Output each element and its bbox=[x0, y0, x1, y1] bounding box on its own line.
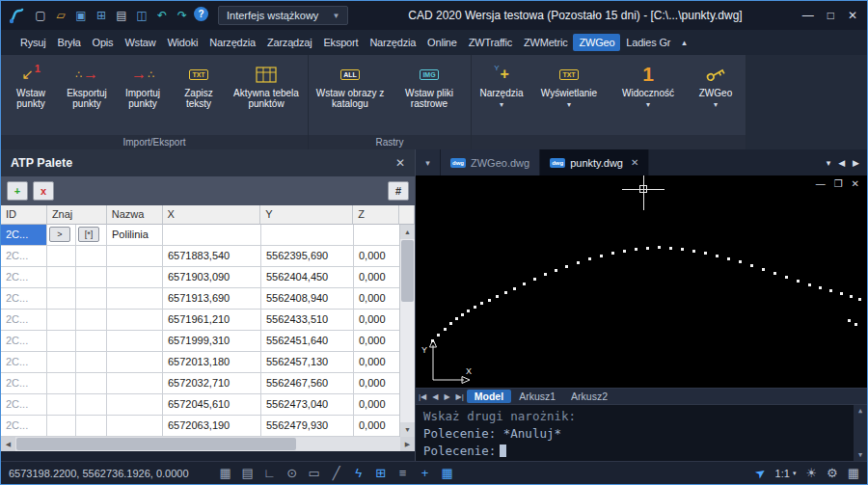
first-layout-icon[interactable]: |◀ bbox=[416, 392, 429, 401]
scroll-up-icon[interactable]: ▲ bbox=[400, 225, 415, 239]
table-row[interactable]: 2C...6572032,7105562467,5600,000 bbox=[1, 373, 415, 394]
scrollbar-thumb[interactable] bbox=[16, 438, 296, 450]
annotation-scale-control[interactable]: 1:1▾ bbox=[775, 468, 797, 479]
delete-point-button[interactable]: x bbox=[33, 181, 54, 201]
cell-id[interactable]: 2C... bbox=[1, 225, 47, 246]
properties-icon[interactable]: ≡ bbox=[393, 466, 413, 480]
new-icon[interactable]: ▢ bbox=[32, 7, 49, 24]
save-all-icon[interactable]: ⊞ bbox=[93, 7, 110, 24]
next-layout-icon[interactable]: ▶ bbox=[441, 392, 452, 401]
viewport-close-icon[interactable]: ✕ bbox=[852, 178, 859, 189]
ribbon-tab-ladies-gr[interactable]: Ladies Gr bbox=[620, 34, 676, 51]
ribbon-tab-narz-dzia[interactable]: Narzędzia bbox=[203, 34, 261, 51]
table-row[interactable]: 2C...6572045,6105562473,0400,000 bbox=[1, 394, 415, 416]
mark-button[interactable]: [*] bbox=[78, 227, 99, 242]
column-header-znaj[interactable]: Znaj bbox=[47, 205, 107, 225]
cell-x[interactable]: 6571903,090 bbox=[163, 267, 261, 288]
scroll-down-icon[interactable]: ▼ bbox=[400, 422, 415, 437]
table-row[interactable]: 2C...6571883,5405562395,6900,000 bbox=[1, 246, 415, 267]
cell-y[interactable]: 5562457,130 bbox=[261, 352, 354, 373]
cell-id[interactable]: 2C... bbox=[1, 373, 47, 394]
cell-nazwa[interactable]: Polilinia bbox=[107, 225, 163, 246]
cell-x[interactable]: 6571883,540 bbox=[163, 246, 261, 267]
maximize-button[interactable]: □ bbox=[827, 9, 834, 22]
cell-nazwa[interactable] bbox=[107, 373, 163, 394]
column-header-id[interactable]: ID bbox=[1, 205, 47, 225]
table-row[interactable]: 2C...6571913,6905562408,9400,000 bbox=[1, 288, 415, 310]
table-row[interactable]: 2C...>[*]Polilinia bbox=[1, 225, 415, 246]
cell-id[interactable]: 2C... bbox=[1, 331, 47, 352]
settings-gear-icon[interactable]: ⚙ bbox=[827, 466, 838, 480]
cell-x[interactable]: 6571999,310 bbox=[163, 331, 261, 352]
ribbon-button-widocznosc[interactable]: 1 Widoczność ▾ bbox=[609, 57, 688, 135]
ribbon-button-narzedzia[interactable]: Y+ Narzędzia ▾ bbox=[474, 57, 529, 135]
close-button[interactable]: ✕ bbox=[848, 9, 857, 22]
cell-id[interactable]: 2C... bbox=[1, 310, 47, 331]
palette-close-icon[interactable]: ✕ bbox=[395, 156, 405, 170]
workspace-selector[interactable]: Interfejs wstążkowy ▼ bbox=[218, 6, 348, 25]
command-line[interactable]: Wskaż drugi narożnik: Polecenie: *Anuluj… bbox=[416, 404, 867, 461]
layout-tab-arkusz2[interactable]: Arkusz2 bbox=[563, 390, 615, 403]
minimize-button[interactable]: — bbox=[802, 9, 814, 22]
cell-mark[interactable] bbox=[76, 288, 107, 310]
cell-z[interactable]: 0,000 bbox=[354, 310, 400, 331]
cell-nazwa[interactable] bbox=[107, 267, 163, 288]
undo-icon[interactable]: ↶ bbox=[153, 7, 171, 24]
brightness-icon[interactable]: ☀ bbox=[805, 466, 817, 480]
ribbon-button-zwgeo[interactable]: ZWGeo ▾ bbox=[688, 57, 744, 135]
tab-list-icon[interactable]: ▾ bbox=[827, 158, 831, 168]
cell-id[interactable]: 2C... bbox=[1, 267, 47, 288]
tab-scroll-left-icon[interactable]: ◀ bbox=[838, 158, 845, 168]
cell-y[interactable]: 5562433,510 bbox=[261, 310, 354, 331]
cell-x[interactable]: 6572032,710 bbox=[163, 373, 261, 394]
ribbon-tab-widoki[interactable]: Widoki bbox=[161, 34, 203, 51]
cell-znaj[interactable] bbox=[47, 267, 76, 288]
ribbon-tab-zwmetric[interactable]: ZWMetric bbox=[518, 34, 573, 51]
redo-icon[interactable]: ↷ bbox=[174, 7, 191, 24]
cell-nazwa[interactable] bbox=[107, 246, 163, 267]
cell-id[interactable]: 2C... bbox=[1, 394, 47, 416]
cell-z[interactable]: 0,000 bbox=[354, 246, 400, 267]
scroll-down-icon[interactable]: ▼ bbox=[854, 451, 867, 459]
ortho-icon[interactable]: ∟ bbox=[260, 466, 280, 480]
cell-znaj[interactable] bbox=[47, 288, 76, 310]
ribbon-button-wstaw-pliki-rastrowe[interactable]: IMG Wstaw pliki rastrowe bbox=[390, 57, 469, 135]
raster-icon[interactable]: ▦ bbox=[438, 466, 457, 480]
tab-scroll-right-icon[interactable]: ▶ bbox=[853, 158, 859, 168]
cell-znaj[interactable] bbox=[47, 331, 76, 352]
cell-mark[interactable]: [*] bbox=[76, 225, 107, 246]
cell-znaj[interactable] bbox=[47, 416, 76, 437]
viewport-restore-icon[interactable]: ❐ bbox=[834, 178, 843, 189]
cell-znaj[interactable] bbox=[47, 310, 76, 331]
dyn-input-icon[interactable]: ϟ bbox=[349, 466, 368, 480]
display-grid-icon[interactable]: ▦ bbox=[848, 466, 859, 480]
prev-layout-icon[interactable]: ◀ bbox=[429, 392, 441, 401]
otrack-icon[interactable]: ╱ bbox=[327, 466, 346, 480]
osnap-icon[interactable]: ▭ bbox=[305, 466, 324, 480]
cell-znaj[interactable]: > bbox=[47, 225, 76, 246]
column-header-z[interactable]: Z bbox=[353, 205, 399, 225]
ribbon-button-wstaw-punkty[interactable]: ↙1 Wstaw punkty bbox=[3, 57, 59, 135]
cell-nazwa[interactable] bbox=[107, 310, 163, 331]
ribbon-tab-bry-a[interactable]: Bryła bbox=[52, 34, 87, 51]
cell-nazwa[interactable] bbox=[107, 416, 163, 437]
cell-x[interactable]: 6571961,210 bbox=[163, 310, 261, 331]
ribbon-tab-zwtraffic[interactable]: ZWTraffic bbox=[463, 34, 518, 51]
cell-z[interactable]: 0,000 bbox=[354, 373, 400, 394]
cell-mark[interactable] bbox=[76, 246, 107, 267]
ribbon-tab-opis[interactable]: Opis bbox=[87, 34, 120, 51]
close-tab-icon[interactable]: ✕ bbox=[631, 157, 638, 168]
scrollbar-thumb[interactable] bbox=[401, 240, 414, 302]
cell-x[interactable]: 6572013,180 bbox=[163, 352, 261, 373]
cell-id[interactable]: 2C... bbox=[1, 246, 47, 267]
cell-z[interactable] bbox=[354, 225, 400, 246]
table-row[interactable]: 2C...6572063,1905562479,9300,000 bbox=[1, 416, 415, 437]
ribbon-button-zapisz-teksty[interactable]: TXT Zapisz teksty bbox=[171, 57, 227, 135]
cell-mark[interactable] bbox=[76, 310, 107, 331]
cell-id[interactable]: 2C... bbox=[1, 352, 47, 373]
paper-plane-icon[interactable]: ➤ bbox=[751, 464, 769, 482]
cell-z[interactable]: 0,000 bbox=[354, 416, 400, 437]
cell-mark[interactable] bbox=[76, 394, 107, 416]
cell-z[interactable]: 0,000 bbox=[354, 288, 400, 310]
viewport-minimize-icon[interactable]: — bbox=[816, 178, 826, 189]
